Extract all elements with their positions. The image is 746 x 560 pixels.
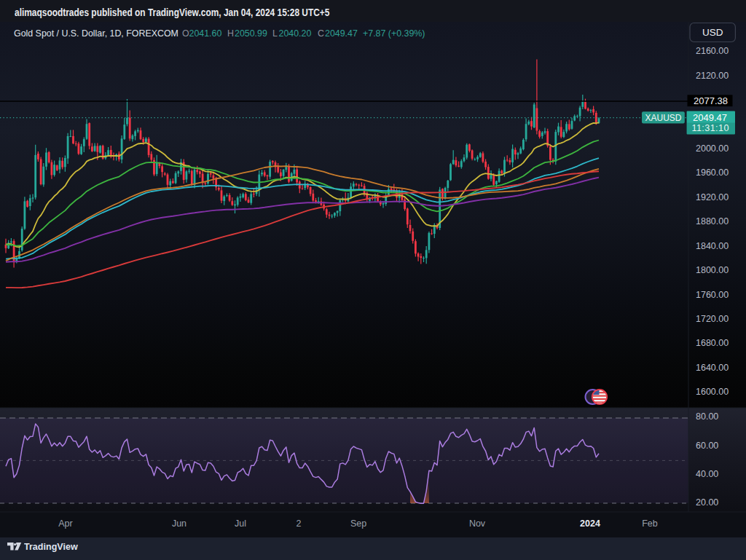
svg-text:XAUUSD: XAUUSD	[645, 113, 681, 123]
svg-text:USD: USD	[702, 27, 723, 38]
svg-text:1840.00: 1840.00	[696, 241, 729, 251]
svg-text:2: 2	[297, 518, 302, 529]
svg-text:Nov: Nov	[469, 518, 486, 529]
svg-text:Sep: Sep	[350, 518, 366, 529]
svg-text:2050.99: 2050.99	[235, 28, 267, 39]
svg-text:11:31:10: 11:31:10	[692, 123, 729, 133]
svg-text:Jun: Jun	[172, 518, 186, 529]
svg-text:O: O	[182, 28, 189, 39]
svg-text:2040.20: 2040.20	[279, 28, 312, 39]
svg-text:2049.47: 2049.47	[325, 28, 358, 39]
svg-text:C: C	[318, 28, 324, 39]
svg-text:Gold Spot / U.S. Dollar, 1D, F: Gold Spot / U.S. Dollar, 1D, FOREXCOM	[14, 28, 178, 39]
svg-text:1920.00: 1920.00	[696, 192, 729, 202]
svg-text:+7.87 (+0.39%): +7.87 (+0.39%)	[363, 28, 425, 39]
svg-text:1960.00: 1960.00	[696, 167, 729, 178]
svg-text:H: H	[227, 28, 234, 39]
svg-text:1600.00: 1600.00	[696, 387, 729, 397]
svg-text:2120.00: 2120.00	[696, 71, 729, 81]
svg-text:1880.00: 1880.00	[696, 216, 729, 226]
svg-text:Feb: Feb	[642, 518, 658, 529]
svg-text:2160.00: 2160.00	[696, 46, 729, 56]
svg-text:20.00: 20.00	[696, 497, 718, 508]
svg-text:2024: 2024	[580, 518, 600, 529]
svg-text:1640.00: 1640.00	[696, 363, 729, 373]
svg-text:2000.00: 2000.00	[696, 143, 729, 154]
svg-text:1680.00: 1680.00	[696, 338, 729, 348]
svg-text:L: L	[272, 28, 278, 39]
svg-text:60.00: 60.00	[696, 441, 718, 451]
svg-text:Jul: Jul	[235, 518, 246, 529]
svg-text:40.00: 40.00	[696, 469, 718, 479]
svg-text:1760.00: 1760.00	[696, 290, 729, 300]
svg-text:1720.00: 1720.00	[696, 314, 729, 324]
svg-text:2077.38: 2077.38	[694, 95, 728, 106]
svg-text:1800.00: 1800.00	[696, 265, 729, 275]
svg-text:Apr: Apr	[58, 518, 72, 529]
svg-text:80.00: 80.00	[696, 411, 718, 422]
svg-text:2049.47: 2049.47	[693, 112, 727, 123]
svg-text:2041.60: 2041.60	[189, 28, 222, 39]
